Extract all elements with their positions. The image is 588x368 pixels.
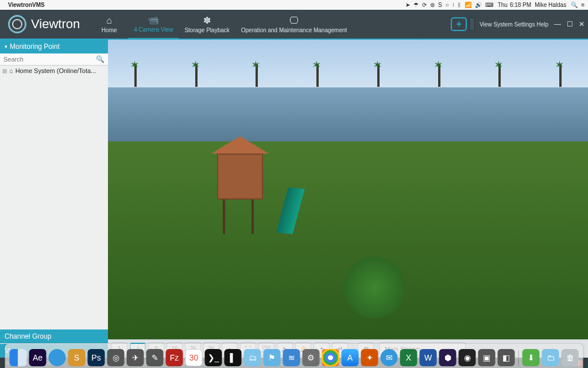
camera-view[interactable] (108, 40, 588, 339)
mac-day: Thu (498, 2, 508, 8)
minimize-button[interactable]: — (554, 20, 561, 28)
mac-app-name[interactable]: ViewtronVMS (8, 2, 45, 8)
maximize-button[interactable]: ☐ (567, 20, 573, 28)
volume-icon[interactable]: 🔊 (475, 2, 482, 8)
location-icon[interactable]: ➤ (405, 2, 410, 8)
dock-filezilla[interactable]: Fz (166, 349, 183, 366)
mac-time: 6:18 PM (510, 2, 531, 8)
film-reel-icon: ✽ (203, 16, 211, 26)
app-logo: Viewtron (0, 10, 90, 39)
keyboard-icon[interactable]: ⌨ (485, 2, 493, 8)
dock-word[interactable]: W (420, 349, 437, 366)
tab-label: Operation and Maintenance Management (241, 27, 347, 33)
dock-after-effects[interactable]: Ae (29, 349, 47, 366)
sidebar-title-label: Monitoring Point (10, 43, 60, 51)
nav-tabs: ⌂ Home 📹 4 Camera View ✽ Storage Playbac… (90, 10, 353, 39)
mac-status-icons: ➤ ☂ ⟳ ⊚ S ○ ⁝ ᛒ 📶 🔊 ⌨ (405, 2, 493, 8)
tree-item-home-system[interactable]: ⊞ ⌂ Home System (Online/Tota... (0, 66, 108, 76)
dock-chrome[interactable] (322, 349, 339, 366)
mac-dock: Ae S Ps ◎ ✈ ✎ Fz 30 ❯_ ▌ 🗂 ⚑ ≋ ⚙ A ✦ ✉ X… (5, 344, 583, 368)
app-main: ▾ Monitoring Point 🔍 ⊞ ⌂ Home System (On… (0, 40, 588, 358)
dock-excel[interactable]: X (400, 349, 417, 366)
spotlight-icon[interactable]: 🔍 (571, 2, 578, 8)
dock-photoshop[interactable]: Ps (88, 349, 105, 366)
sidebar-title: ▾ Monitoring Point (0, 40, 108, 53)
home-icon: ⌂ (106, 16, 112, 26)
sync-icon[interactable]: ⟳ (422, 2, 427, 8)
tab-label: 4 Camera View (134, 26, 173, 33)
dock-terminal[interactable]: ❯_ (205, 349, 222, 366)
dock-calendar[interactable]: 30 (185, 349, 203, 366)
dock-separator (519, 350, 519, 366)
dock-downloads2[interactable]: 🗀 (542, 349, 559, 366)
search-input[interactable] (0, 53, 92, 65)
dock-settings[interactable]: ⚙ (303, 349, 320, 366)
dock-snagit[interactable]: S (68, 349, 86, 366)
camera-icon: 📹 (148, 15, 159, 25)
settings-row: View System Settings Help — ☐ ✕ (479, 10, 588, 39)
search-row: 🔍 (0, 53, 108, 66)
app-toolbar: Viewtron ⌂ Home 📹 4 Camera View ✽ Storag… (0, 10, 588, 40)
tab-storage-playback[interactable]: ✽ Storage Playback (179, 10, 235, 39)
device-icon: ⌂ (9, 67, 13, 74)
tab-home[interactable]: ⌂ Home (90, 10, 128, 39)
dock-folder[interactable]: 🗂 (244, 349, 261, 366)
dock-app4[interactable]: ✉ (381, 349, 398, 366)
close-button[interactable]: ✕ (579, 20, 585, 28)
bluetooth-icon[interactable]: ᛒ (458, 2, 461, 8)
umbrella-icon[interactable]: ☂ (413, 2, 419, 8)
dock-app3[interactable]: ✦ (361, 349, 378, 366)
dock-vscode[interactable]: ≋ (283, 349, 300, 366)
dock-downloads[interactable]: ⬇ (523, 349, 540, 366)
expand-icon[interactable]: ⊞ (2, 68, 7, 74)
add-tab-button[interactable]: + (451, 17, 467, 31)
tab-4-camera-view[interactable]: 📹 4 Camera View (128, 10, 179, 40)
dock-app1[interactable]: ✈ (127, 349, 144, 366)
device-tree: ⊞ ⌂ Home System (Online/Tota... (0, 66, 108, 329)
circle-icon[interactable]: ○ (446, 2, 449, 8)
toolbar-collapse-button[interactable] (469, 17, 475, 31)
dots-icon[interactable]: ⁝ (452, 2, 454, 8)
wifi-icon[interactable]: 📶 (465, 2, 471, 8)
dock-trash[interactable]: 🗑 (562, 349, 579, 366)
mac-user[interactable]: Mike Haldas (535, 2, 566, 8)
dock-adobe[interactable]: ⬢ (439, 349, 457, 366)
menu-icon[interactable]: ≡ (581, 2, 585, 8)
dock-terminal2[interactable]: ▌ (225, 349, 242, 366)
dock-grey1[interactable]: ▣ (478, 349, 496, 366)
sidebar: ▾ Monitoring Point 🔍 ⊞ ⌂ Home System (On… (0, 40, 108, 358)
mac-menubar: ViewtronVMS ➤ ☂ ⟳ ⊚ S ○ ⁝ ᛒ 📶 🔊 ⌨ Thu 6:… (0, 0, 588, 10)
logo-ring-icon (8, 15, 26, 33)
s-icon[interactable]: S (438, 2, 442, 8)
tab-label: Home (102, 27, 117, 33)
dock-finder[interactable] (10, 349, 27, 366)
dock-obs[interactable]: ◉ (459, 349, 476, 366)
monitor-icon: 🖵 (289, 16, 299, 26)
dock-grey2[interactable]: ◧ (498, 349, 515, 366)
dock-flag[interactable]: ⚑ (264, 349, 281, 366)
dock-app2[interactable]: ✎ (146, 349, 164, 366)
dock-app-blue[interactable] (49, 349, 66, 366)
settings-help-link[interactable]: View System Settings Help (479, 21, 548, 28)
brand-name: Viewtron (31, 17, 80, 32)
dock-appstore[interactable]: A (342, 349, 359, 366)
tab-label: Storage Playback (184, 27, 229, 33)
tab-operation-maintenance[interactable]: 🖵 Operation and Maintenance Management (235, 10, 353, 39)
tree-item-label: Home System (Online/Tota... (16, 67, 96, 74)
chevron-down-icon[interactable]: ▾ (5, 44, 7, 49)
wireless-icon[interactable]: ⊚ (430, 2, 435, 8)
search-icon[interactable]: 🔍 (92, 55, 108, 63)
content-area: 1 4 9 16 25 36 ▲ ⛶ OSDON 🔈 🔔 ✦ ⇄ ▦ Main … (108, 40, 588, 358)
dock-drive[interactable]: ◎ (107, 349, 125, 366)
toolbar-right: + (451, 10, 479, 39)
sidebar-channel-group[interactable]: Channel Group (0, 329, 108, 343)
